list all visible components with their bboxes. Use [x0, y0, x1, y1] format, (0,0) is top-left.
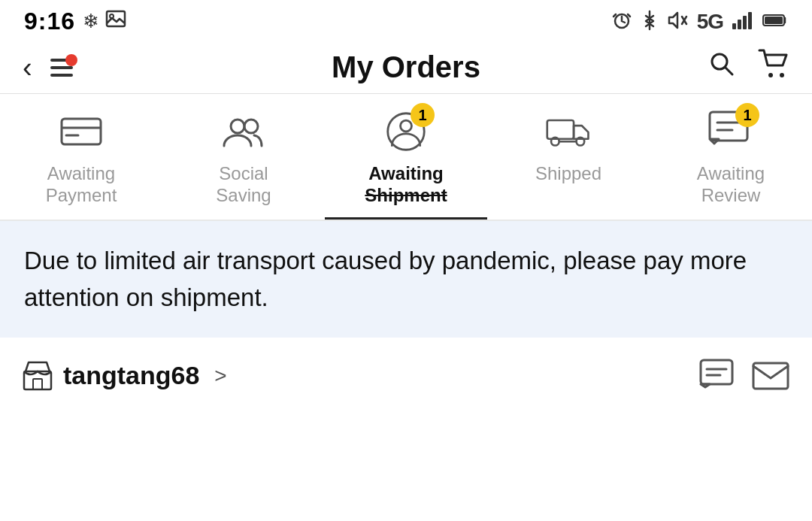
status-left: 9:16 ❄ — [24, 8, 126, 35]
notice-text: Due to limited air transport caused by p… — [24, 242, 788, 317]
back-button[interactable]: ‹ — [23, 53, 32, 82]
status-icons: ❄ — [83, 8, 126, 35]
svg-rect-32 — [701, 360, 732, 384]
chat-icon[interactable] — [699, 359, 737, 393]
nav-left: ‹ — [23, 53, 73, 82]
cart-button[interactable] — [758, 49, 789, 86]
battery-icon — [762, 13, 788, 31]
tab-shipped[interactable]: Shipped — [487, 108, 650, 195]
tab-social-saving[interactable]: SocialSaving — [162, 108, 325, 217]
seller-left[interactable]: tangtang68 > — [23, 361, 227, 391]
seller-row: tangtang68 > — [23, 359, 789, 393]
awaiting-shipment-icon-wrap: 1 — [382, 108, 430, 156]
snowflake-icon: ❄ — [83, 10, 99, 33]
mute-icon — [667, 10, 688, 34]
svg-rect-6 — [732, 23, 736, 29]
truck-icon — [546, 111, 591, 153]
svg-point-22 — [401, 120, 412, 132]
tab-social-saving-label: SocialSaving — [216, 163, 271, 207]
svg-rect-8 — [743, 16, 747, 29]
svg-rect-7 — [738, 20, 741, 29]
notice-banner: Due to limited air transport caused by p… — [0, 221, 812, 338]
social-saving-icon-wrap — [220, 108, 268, 156]
svg-rect-16 — [62, 119, 101, 144]
svg-line-13 — [725, 67, 732, 74]
seller-actions — [699, 359, 789, 393]
svg-rect-31 — [33, 379, 42, 389]
awaiting-review-icon-wrap: 1 — [707, 108, 755, 156]
nav-bar: ‹ My Orders — [0, 41, 812, 94]
menu-line-2 — [50, 66, 73, 69]
tab-bar: AwaitingPayment SocialSaving 1 — [0, 94, 812, 221]
svg-rect-35 — [753, 363, 788, 389]
nav-right — [707, 49, 789, 86]
svg-rect-0 — [107, 11, 125, 26]
seller-name: tangtang68 — [63, 361, 199, 390]
signal-bars-icon — [732, 11, 753, 32]
status-right: 5G — [611, 10, 788, 34]
image-icon — [105, 8, 126, 35]
tab-awaiting-shipment-label: AwaitingShipment — [365, 163, 447, 207]
menu-button-wrap — [50, 59, 73, 77]
tab-awaiting-payment-label: AwaitingPayment — [46, 163, 117, 207]
social-icon — [221, 111, 266, 153]
svg-point-19 — [231, 120, 244, 133]
mail-icon[interactable] — [752, 359, 789, 393]
svg-point-14 — [768, 73, 773, 77]
status-bar: 9:16 ❄ — [0, 0, 812, 41]
awaiting-shipment-badge: 1 — [411, 103, 435, 127]
shipped-icon-wrap — [544, 108, 592, 156]
search-button[interactable] — [707, 49, 737, 86]
tab-shipped-label: Shipped — [535, 163, 601, 185]
alarm-icon — [611, 10, 632, 34]
svg-point-15 — [780, 73, 784, 77]
tab-awaiting-payment[interactable]: AwaitingPayment — [0, 108, 162, 217]
bluetooth-icon — [641, 10, 658, 34]
tab-awaiting-review[interactable]: 1 AwaitingReview — [650, 108, 812, 217]
menu-notification-dot — [65, 54, 77, 66]
svg-rect-23 — [547, 120, 574, 139]
page-title: My Orders — [332, 50, 480, 84]
signal-5g-icon: 5G — [697, 10, 723, 34]
tab-awaiting-shipment[interactable]: 1 AwaitingShipment — [325, 108, 487, 220]
menu-line-3 — [50, 74, 73, 77]
awaiting-payment-icon-wrap — [57, 108, 105, 156]
svg-rect-9 — [748, 12, 752, 29]
status-time: 9:16 — [24, 8, 75, 35]
order-section: tangtang68 > — [0, 338, 812, 408]
credit-card-icon — [59, 111, 104, 153]
store-icon — [23, 361, 53, 391]
tab-awaiting-review-label: AwaitingReview — [697, 163, 765, 207]
svg-rect-11 — [765, 17, 783, 24]
svg-point-20 — [244, 120, 258, 133]
seller-arrow: > — [214, 364, 226, 388]
awaiting-review-badge: 1 — [735, 103, 759, 127]
